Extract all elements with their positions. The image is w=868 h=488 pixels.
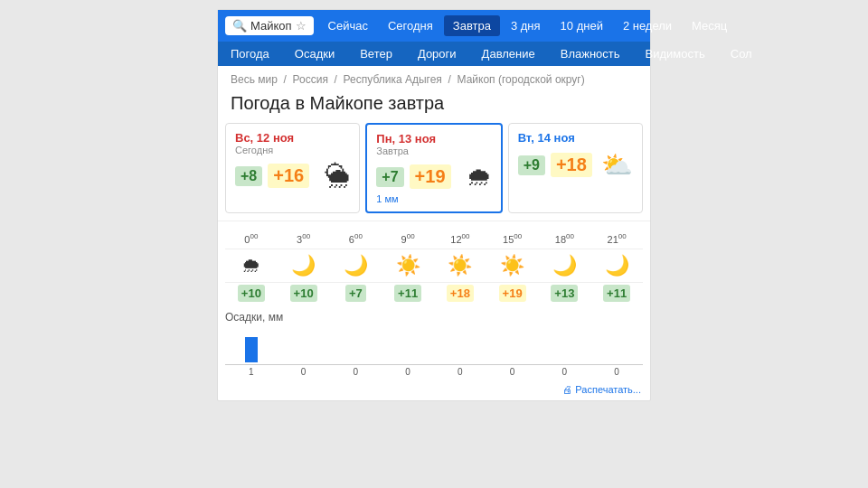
day-sub-today: Сегодня xyxy=(235,145,350,155)
precip-cell-2 xyxy=(330,329,382,362)
tab-segodnya[interactable]: Сегодня xyxy=(379,15,442,36)
hourly-temp-6: +7 xyxy=(330,283,382,304)
day-card-tomorrow: Пн, 13 ноя Завтра +7 +19 🌧 1 мм xyxy=(365,123,502,213)
day-label-tomorrow: Пн, 13 ноя xyxy=(376,132,491,145)
weather-icon-after: ⛅ xyxy=(601,150,633,180)
hour-label-0: 000 xyxy=(225,229,278,249)
nav-sol[interactable]: Сол xyxy=(718,42,765,66)
precip-val-2: 0 xyxy=(330,365,382,377)
precip-val-6: 0 xyxy=(539,365,591,377)
hourly-icon-6: 🌙 xyxy=(330,249,382,282)
day-card-after: Вт, 14 ноя +9 +18 ⛅ xyxy=(508,123,643,213)
hourly-icon-0: 🌧 xyxy=(225,249,278,282)
tab-seychas[interactable]: Сейчас xyxy=(319,15,377,36)
star-icon[interactable]: ☆ xyxy=(296,19,307,33)
hourly-icon-15: ☀️ xyxy=(486,249,539,282)
precip-values-row: 1 0 0 0 0 0 0 xyxy=(225,365,643,377)
hourly-temp-9: +11 xyxy=(382,283,434,304)
hourly-temps-row: +10 +10 +7 +11 +18 +19 +13 xyxy=(225,283,643,304)
nav-osadki[interactable]: Осадки xyxy=(282,42,347,66)
breadcrumb-maikop[interactable]: Майкоп (городской округ) xyxy=(458,73,585,86)
hourly-labels-row: 000 300 600 900 1200 1500 1800 xyxy=(225,229,643,249)
hour-label-6: 600 xyxy=(330,229,382,249)
precip-cell-6 xyxy=(539,329,591,362)
hourly-icon-12: ☀️ xyxy=(434,249,486,282)
tab-zavtra[interactable]: Завтра xyxy=(444,15,500,36)
precip-cell-4 xyxy=(434,329,486,362)
breadcrumb-adygeya[interactable]: Республика Адыгея xyxy=(344,73,442,86)
nav-pogoda[interactable]: Погода xyxy=(218,42,282,66)
hour-label-15: 1500 xyxy=(486,229,539,249)
precip-val-4: 0 xyxy=(434,365,486,377)
hour-label-9: 900 xyxy=(382,229,434,249)
precip-chart xyxy=(225,329,643,365)
print-row[interactable]: 🖨 Распечатать... xyxy=(218,380,650,400)
hourly-temp-18: +13 xyxy=(539,283,591,304)
temp-max-today: +16 xyxy=(268,164,309,188)
nav-vlazhnost[interactable]: Влажность xyxy=(548,42,633,66)
page-wrapper: 🔍 Майкоп ☆ Сейчас Сегодня Завтра 3 дня 1… xyxy=(0,9,868,401)
hourly-temp-21: +11 xyxy=(590,283,643,304)
precip-cell-7 xyxy=(590,329,643,362)
day-label-today: Вс, 12 ноя xyxy=(235,131,350,145)
temp-max-after: +18 xyxy=(551,153,592,177)
day-sub-tomorrow: Завтра xyxy=(376,145,491,156)
nav-davlenie[interactable]: Давление xyxy=(469,42,548,66)
weather-icon-tomorrow: 🌧 xyxy=(467,162,492,192)
search-box[interactable]: 🔍 Майкоп ☆ xyxy=(225,16,314,35)
second-nav: Погода Осадки Ветер Дороги Давление Влаж… xyxy=(218,42,650,66)
tab-2weeks[interactable]: 2 недели xyxy=(614,15,681,36)
temp-min-after: +9 xyxy=(518,155,545,175)
nav-dorogi[interactable]: Дороги xyxy=(405,42,469,66)
hourly-temp-15: +19 xyxy=(486,283,539,304)
day-cards: Вс, 12 ноя Сегодня +8 +16 🌦 Пн, 13 ноя З… xyxy=(218,123,650,221)
hourly-icon-3: 🌙 xyxy=(278,249,330,282)
day-temps-tomorrow: +7 +19 🌧 xyxy=(376,162,491,192)
precip-label: Осадки, мм xyxy=(225,311,643,324)
breadcrumb-russia[interactable]: Россия xyxy=(293,73,328,86)
precip-val-7: 0 xyxy=(590,365,643,377)
tab-month[interactable]: Месяц xyxy=(683,15,736,36)
hourly-icons-row: 🌧 🌙 🌙 ☀️ ☀️ ☀️ 🌙 🌙 xyxy=(225,249,643,283)
tab-10days[interactable]: 10 дней xyxy=(552,15,612,36)
weather-icon-today: 🌦 xyxy=(325,161,350,191)
search-icon: 🔍 xyxy=(232,19,247,33)
hourly-icon-21: 🌙 xyxy=(590,249,643,282)
precip-val-5: 0 xyxy=(486,365,539,377)
main-container: 🔍 Майкоп ☆ Сейчас Сегодня Завтра 3 дня 1… xyxy=(217,9,651,401)
nav-tabs: Сейчас Сегодня Завтра 3 дня 10 дней 2 не… xyxy=(319,15,737,36)
temp-min-tomorrow: +7 xyxy=(376,167,403,187)
precip-cell-0 xyxy=(225,329,278,362)
precip-val-3: 0 xyxy=(382,365,434,377)
search-value: Майкоп xyxy=(250,19,292,33)
day-card-today: Вс, 12 ноя Сегодня +8 +16 🌦 xyxy=(225,123,360,213)
precip-val-1: 0 xyxy=(278,365,330,377)
hourly-temp-3: +10 xyxy=(278,283,330,304)
hourly-section: 000 300 600 900 1200 1500 1800 xyxy=(218,221,650,304)
precip-cell-5 xyxy=(486,329,539,362)
top-nav: 🔍 Майкоп ☆ Сейчас Сегодня Завтра 3 дня 1… xyxy=(218,10,650,42)
day-label-after: Вт, 14 ноя xyxy=(518,131,633,145)
temp-max-tomorrow: +19 xyxy=(410,164,451,189)
hourly-icon-18: 🌙 xyxy=(539,249,591,282)
hour-label-18: 1800 xyxy=(539,229,591,249)
tab-3days[interactable]: 3 дня xyxy=(502,15,550,36)
breadcrumb-world[interactable]: Весь мир xyxy=(231,73,278,86)
nav-vidimost[interactable]: Видимость xyxy=(633,42,718,66)
breadcrumb: Весь мир / Россия / Республика Адыгея / … xyxy=(218,66,650,89)
hourly-temp-12: +18 xyxy=(434,283,486,304)
hour-label-3: 300 xyxy=(278,229,330,249)
hour-label-12: 1200 xyxy=(434,229,486,249)
precip-bar-0 xyxy=(245,337,258,362)
rain-label-tomorrow: 1 мм xyxy=(376,193,491,204)
day-temps-after: +9 +18 ⛅ xyxy=(518,150,633,180)
nav-veter[interactable]: Ветер xyxy=(347,42,405,66)
precip-val-0: 1 xyxy=(225,365,278,377)
hour-label-21: 2100 xyxy=(590,229,643,249)
precip-section: Осадки, мм xyxy=(218,304,650,380)
hourly-icon-9: ☀️ xyxy=(382,249,434,282)
precip-cell-1 xyxy=(278,329,330,362)
page-title: Погода в Майкопе завтра xyxy=(218,89,650,123)
temp-min-today: +8 xyxy=(235,166,262,186)
precip-cell-3 xyxy=(382,329,434,362)
